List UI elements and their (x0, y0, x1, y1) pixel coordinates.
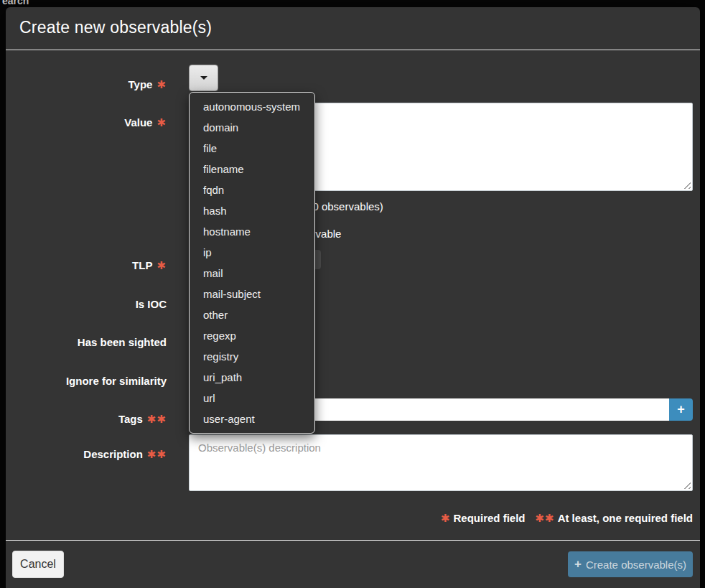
type-menu-item[interactable]: filename (190, 159, 314, 179)
is-ioc-label-text: Is IOC (136, 298, 167, 310)
tlp-label-text: TLP (132, 259, 152, 271)
type-menu-item[interactable]: registry (190, 346, 314, 367)
description-label: Description✱✱ (6, 447, 167, 462)
ignore-for-similarity-label: Ignore for similarity (6, 374, 167, 388)
modal-title: Create new observable(s) (19, 18, 212, 37)
type-menu-item[interactable]: hostname (190, 221, 314, 242)
tags-label-text: Tags (118, 413, 143, 425)
create-button-label: Create observable(s) (586, 559, 686, 571)
background-search-text-fragment: earch (2, 0, 29, 6)
required-legend-text: Required field (453, 512, 525, 524)
create-observables-modal: Create new observable(s) Type✱ Value✱ TL… (6, 7, 700, 588)
type-menu-item[interactable]: other (190, 304, 314, 325)
type-menu-item[interactable]: url (190, 388, 314, 409)
required-mark: ✱✱ (147, 413, 167, 425)
tlp-label: TLP✱ (6, 258, 167, 273)
ignore-for-similarity-label-text: Ignore for similarity (66, 375, 167, 387)
type-select-button[interactable] (189, 65, 218, 91)
type-menu-item[interactable]: domain (190, 117, 314, 138)
has-been-sighted-label-text: Has been sighted (78, 336, 167, 348)
is-ioc-label: Is IOC (6, 297, 167, 312)
one-required-legend-text: At least, one required field (558, 512, 693, 524)
description-textarea-wrap (189, 434, 693, 491)
create-observables-button[interactable]: + Create observable(s) (568, 551, 693, 577)
type-menu-item[interactable]: uri_path (190, 367, 314, 388)
required-mark: ✱ (157, 259, 167, 271)
required-mark: ✱ (157, 116, 167, 129)
required-mark: ✱ (157, 78, 167, 90)
caret-down-icon (200, 76, 207, 80)
type-menu-item[interactable]: mail-subject (190, 284, 314, 304)
type-menu-item[interactable]: ip (190, 242, 314, 263)
type-menu-item[interactable]: hash (190, 200, 314, 221)
description-label-text: Description (83, 448, 143, 460)
required-mark-icon: ✱ (441, 512, 451, 524)
required-fields-legend: ✱Required field✱✱At least, one required … (441, 512, 693, 525)
value-label: Value✱ (6, 116, 167, 130)
modal-header: Create new observable(s) (6, 7, 700, 50)
plus-icon: + (574, 557, 582, 571)
type-label-text: Type (129, 78, 153, 90)
one-required-mark-icon: ✱✱ (535, 512, 554, 524)
type-label: Type✱ (6, 78, 167, 92)
required-mark: ✱✱ (147, 448, 167, 460)
cancel-button[interactable]: Cancel (12, 551, 64, 578)
type-menu-item[interactable]: file (190, 138, 314, 159)
plus-icon: + (677, 402, 685, 416)
type-menu-item[interactable]: autonomous-system (190, 96, 314, 117)
type-menu-item[interactable]: user-agent (190, 409, 314, 429)
value-label-text: Value (124, 116, 152, 129)
type-menu-item[interactable]: fqdn (190, 179, 314, 200)
type-menu-item[interactable]: mail (190, 263, 314, 284)
type-menu-item[interactable]: regexp (190, 325, 314, 346)
add-tag-button[interactable]: + (669, 398, 693, 421)
description-textarea[interactable] (190, 435, 692, 490)
type-dropdown-menu: autonomous-systemdomainfilefilenamefqdnh… (189, 92, 315, 434)
has-been-sighted-label: Has been sighted (6, 335, 167, 350)
footer-divider (6, 540, 700, 541)
tags-label: Tags✱✱ (6, 412, 167, 426)
